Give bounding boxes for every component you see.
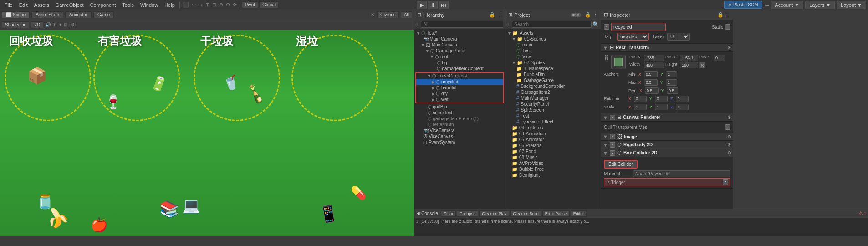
gizmos-button[interactable]: Gizmos [377,11,399,18]
object-active-checkbox[interactable] [604,24,609,30]
hierarchy-item-test[interactable]: ▼ ⬡ Test* [414,30,505,36]
project-item-test-script[interactable]: # Test [505,113,601,119]
editor-button[interactable]: Editor [571,210,587,217]
project-item-securitypanel[interactable]: # SecurityPanel [505,101,601,107]
is-trigger-checkbox[interactable] [723,179,728,185]
tab-animator[interactable]: Animator [65,11,92,18]
hierarchy-lock-icon[interactable]: 🔒 [489,12,495,18]
menu-component[interactable]: Component [87,1,118,9]
canvas-renderer-active[interactable] [610,115,615,120]
anchor-diagram[interactable] [611,55,626,69]
project-item-typewriter[interactable]: # TypewriterEffect [505,119,601,125]
rot-y-input[interactable] [655,96,668,102]
menu-window[interactable]: Window [138,1,161,9]
project-item-01scenes[interactable]: ▼ 📁 01-Scenes [505,36,601,42]
project-item-bubblefree[interactable]: 📁 Bubble Free [505,166,601,172]
min-y-input[interactable] [666,71,677,77]
hierarchy-menu-icon[interactable]: ⋮ [497,12,502,18]
hierarchy-item-vicecamera[interactable]: 📷 ViceCamera [414,128,505,133]
hierarchy-search-input[interactable] [421,21,503,28]
tag-dropdown[interactable]: recycled [617,33,649,41]
shading-dropdown[interactable]: Shaded▼ [2,21,29,28]
rigidbody2d-active[interactable] [610,142,615,148]
project-plus-icon[interactable]: + [507,22,510,27]
tab-scene[interactable]: ⬜ Scene [2,11,30,18]
inspector-menu-icon[interactable]: ⋮ [725,12,730,18]
hierarchy-item-harmful[interactable]: ▶ ⬡ harmful [416,85,503,91]
account-button[interactable]: Account ▼ [771,1,804,9]
pos-y-input[interactable] [680,55,698,61]
hierarchy-item-main-camera[interactable]: 📷 Main Camera [414,36,505,42]
pos-z-input[interactable] [714,55,725,61]
error-pause-button[interactable]: Error Pause [542,210,570,217]
r-button[interactable]: R [699,62,705,68]
hierarchy-item-eventsystem[interactable]: ⬡ EventSystem [414,139,505,145]
rigidbody2d-header[interactable]: ▼ ⬡ Rigidbody 2D ⚙ [601,141,733,149]
project-item-mainmanager[interactable]: # MainManager [505,95,601,101]
pivot-button[interactable]: Pivot [242,1,258,8]
image-header[interactable]: ▼ 🖼 Image ⚙ [601,133,733,141]
box-collider2d-header[interactable]: ▼ ⬡ Box Collider 2D ⚙ [601,149,733,157]
inspector-lock-icon[interactable]: 🔒 [717,12,724,18]
box-collider2d-active[interactable] [610,150,615,156]
hierarchy-item-trashcanroot[interactable]: ▼ ⬡ TrashCanRoot [416,73,503,79]
menu-tools[interactable]: Tools [119,1,137,9]
project-item-test[interactable]: ⬡ Test [505,48,601,54]
rot-z-input[interactable] [676,96,689,102]
global-button[interactable]: Global [259,1,279,8]
hierarchy-item-vicecanvas[interactable]: 🖼 ViceCanvas [414,133,505,139]
clear-on-play-button[interactable]: Clear on Play [479,210,509,217]
project-item-05animator[interactable]: 📁 05-Animator [505,137,601,143]
hierarchy-item-recycled[interactable]: ▶ ⬡ recycled [416,79,503,85]
hierarchy-item-scoretext[interactable]: ⬡ scoreText [414,110,505,116]
2d-button[interactable]: 2D [31,21,43,28]
menu-gameobject[interactable]: GameObject [53,1,87,9]
hierarchy-item-garbageprefab[interactable]: ⬡ garbageItemPrefab (1) [414,116,505,122]
edit-collider-button[interactable]: Edit Collider [604,160,638,169]
cull-checkbox[interactable] [725,124,730,130]
project-item-07fond[interactable]: 📁 07-Fond [505,149,601,154]
scene-canvas[interactable]: 回收垃圾 有害垃圾 干垃圾 湿垃 🍌 🍎 📦 🍾 📚 📱 💻 🥤 🍷 🫙 🔋 💊 [0,30,414,236]
hierarchy-plus-icon[interactable]: + [416,22,419,27]
play-button[interactable]: ▶ [417,1,427,9]
scene-all-button[interactable]: All [401,11,412,18]
project-menu-icon[interactable]: ⋮ [593,12,598,18]
menu-assets[interactable]: Assets [31,1,52,9]
canvas-renderer-header[interactable]: ▼ ⊞ Canvas Renderer ⚙ [601,113,733,122]
project-item-demigiant[interactable]: 📁 Demigiant [505,172,601,178]
layer-dropdown[interactable]: UI [667,33,690,41]
rect-transform-gear-icon[interactable]: ⚙ [727,45,731,50]
object-name-input[interactable] [611,23,666,31]
tab-game[interactable]: Game [93,11,114,18]
project-item-assets[interactable]: ▼ 📁 Assets [505,30,601,36]
project-item-04animation[interactable]: 📁 04-Animation [505,131,601,137]
project-item-bubblebtn[interactable]: 📁 BubbleBtn [505,72,601,77]
rigidbody2d-gear-icon[interactable]: ⚙ [727,142,731,147]
scale-x-input[interactable] [634,104,647,110]
pivot-x-input[interactable] [645,87,659,94]
project-item-02sprites[interactable]: ▼ 📁 02-Sprites [505,60,601,66]
menu-help[interactable]: Help [162,1,178,9]
scale-y-input[interactable] [655,104,668,110]
pos-x-input[interactable] [644,55,664,61]
clear-button[interactable]: Clear [441,210,456,217]
max-x-input[interactable] [644,79,658,86]
project-item-06prefabs[interactable]: 📁 06-Prefabs [505,143,601,149]
clear-on-build-button[interactable]: Clear on Build [510,210,541,217]
scale-z-input[interactable] [676,104,689,110]
layers-button[interactable]: Layers ▼ [805,1,835,9]
step-button[interactable]: ⏭ [439,1,449,9]
hierarchy-item-maincanvas[interactable]: ▼ 🖼 MainCanvas [414,42,505,48]
project-search-input[interactable] [512,21,592,28]
project-item-08music[interactable]: 📁 08-Music [505,154,601,160]
project-item-03textures[interactable]: 📁 03-Textures [505,125,601,131]
project-item-splitscreen[interactable]: # SplitScreen [505,107,601,113]
hierarchy-item-garbage-content[interactable]: ⬡ garbageItemContent [414,66,505,72]
hierarchy-item-quitbtn[interactable]: ⬡ quitBtn [414,104,505,110]
project-item-garbageitem2[interactable]: # GarbageItem2 [505,89,601,95]
menu-file[interactable]: File [2,1,15,9]
project-item-namespace[interactable]: 📁 1_Namespace [505,66,601,72]
min-x-input[interactable] [644,71,658,77]
image-active[interactable] [610,134,615,139]
rect-transform-header[interactable]: ▼ ⊞ Rect Transform ⚙ [601,44,733,52]
